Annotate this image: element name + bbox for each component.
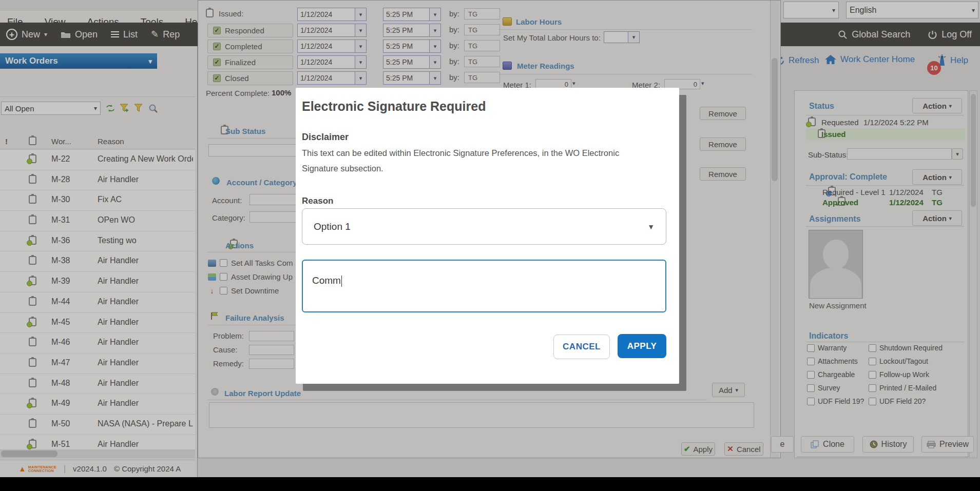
disclaimer-text-line2: Signature subsection.	[302, 164, 383, 173]
electronic-signature-modal: Electronic Signature Required Disclaimer…	[296, 88, 679, 384]
disclaimer-heading: Disclaimer	[302, 132, 349, 143]
reason-label: Reason	[302, 196, 333, 206]
screen: + New▾ Open List ✎ Rep Global Search Log…	[0, 0, 980, 491]
comment-textarea[interactable]: Comm	[302, 260, 666, 312]
modal-apply-button[interactable]: APPLY	[618, 334, 666, 358]
comment-value: Comm	[312, 275, 341, 286]
modal-cancel-button[interactable]: CANCEL	[553, 335, 610, 359]
reason-value: Option 1	[314, 221, 351, 232]
disclaimer-text-line1: This text can be edited within Electroni…	[302, 148, 619, 158]
text-caret	[341, 276, 342, 287]
modal-title: Electronic Signature Required	[302, 99, 486, 114]
chevron-down-icon: ▼	[647, 223, 655, 231]
reason-select[interactable]: Option 1 ▼	[302, 208, 666, 245]
letterbox-bar	[0, 477, 980, 491]
